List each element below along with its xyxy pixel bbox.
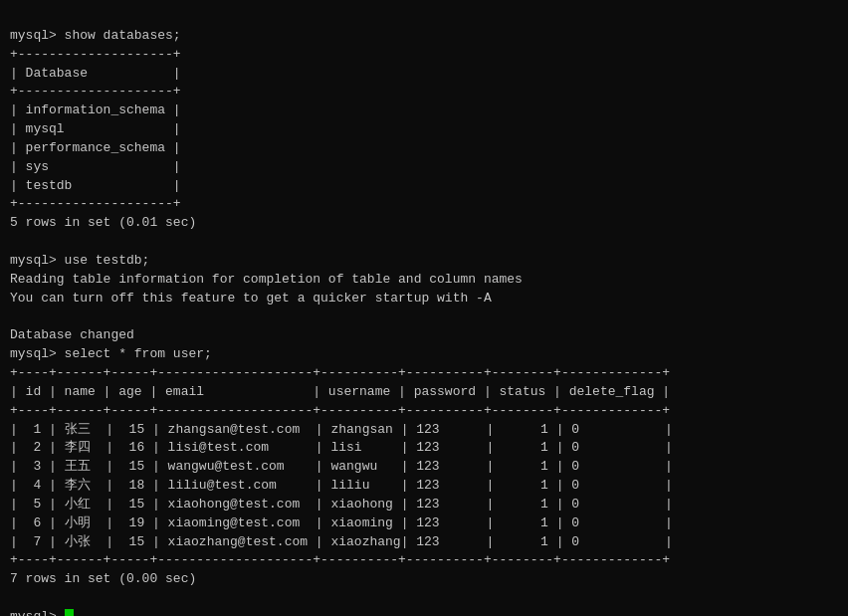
terminal-content: mysql> show databases; +----------------… bbox=[10, 28, 673, 616]
terminal-output: mysql> show databases; +----------------… bbox=[10, 8, 838, 616]
terminal-cursor bbox=[65, 609, 74, 616]
